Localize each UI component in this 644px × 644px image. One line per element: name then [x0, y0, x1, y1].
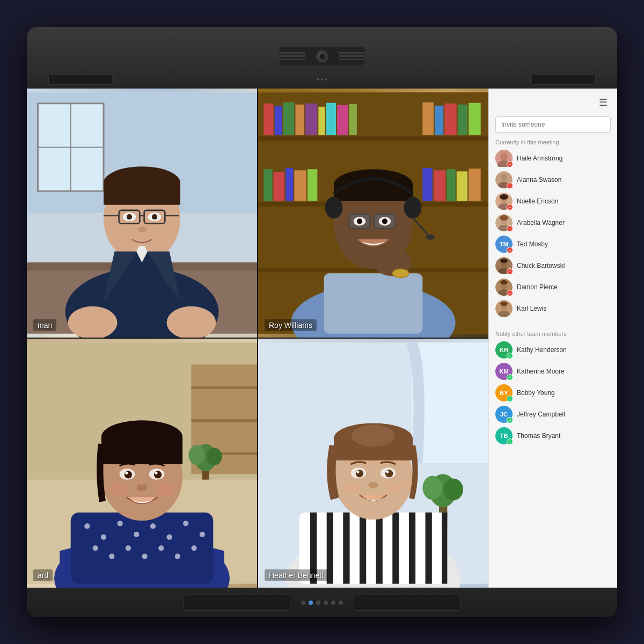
divider	[495, 325, 611, 325]
svg-rect-30	[275, 106, 282, 135]
participant-name: Jeffrey Campbell	[517, 411, 565, 418]
video-cell-3[interactable]: ard	[27, 339, 257, 588]
participant-name: Alanna Swason	[517, 176, 561, 184]
video-bg-4	[258, 339, 488, 588]
svg-point-89	[166, 535, 172, 540]
svg-point-71	[392, 269, 409, 277]
participant-name: Karl Lewis	[517, 305, 546, 312]
camera-housing	[279, 47, 365, 65]
participant-item[interactable]: Karl Lewis	[495, 300, 611, 317]
svg-point-168	[500, 302, 508, 306]
svg-point-116	[422, 475, 442, 500]
participant-name: Haile Armstrong	[517, 155, 562, 162]
remove-badge: −	[507, 290, 513, 296]
add-badge: +	[507, 353, 513, 359]
participant-item[interactable]: TM − Ted Mosby	[495, 236, 611, 253]
svg-rect-39	[435, 106, 443, 135]
video-cell-2[interactable]: Roy Williams	[258, 89, 488, 338]
remove-badge: −	[507, 204, 513, 210]
svg-rect-46	[294, 170, 306, 201]
svg-point-108	[155, 472, 158, 474]
notify-item[interactable]: KH + Kathy Henderson	[495, 341, 611, 358]
svg-rect-122	[343, 513, 349, 584]
indicator-dot-active	[309, 601, 313, 605]
svg-point-84	[84, 523, 90, 529]
svg-point-68	[357, 218, 362, 224]
video-label-3: ard	[33, 569, 53, 581]
svg-rect-48	[422, 168, 432, 201]
svg-rect-50	[447, 169, 455, 201]
notify-team-list: KH + Kathy Henderson KM + Katherine Moor…	[495, 341, 611, 449]
notify-item[interactable]: KM + Katherine Moore	[495, 363, 611, 380]
notify-item[interactable]: BY + Bobby Young	[495, 384, 611, 401]
video-label-1: man	[33, 319, 56, 331]
indicator-dot	[324, 601, 328, 605]
monitor: man	[27, 27, 617, 617]
svg-rect-35	[326, 103, 336, 135]
video-grid: man	[27, 89, 488, 588]
bottom-speaker-right	[354, 595, 461, 611]
notify-item[interactable]: JC + Jeffrey Campbell	[495, 406, 611, 423]
svg-rect-41	[458, 105, 467, 135]
bottom-indicators	[301, 601, 343, 605]
add-badge: +	[507, 438, 513, 445]
remove-badge: −	[507, 225, 513, 232]
invite-input[interactable]	[495, 116, 611, 133]
camera-lens	[316, 50, 328, 62]
svg-point-142	[387, 482, 405, 493]
svg-rect-32	[295, 105, 304, 135]
participant-item[interactable]: − Damon Pierce	[495, 279, 611, 296]
participant-item[interactable]: − Noelle Ericson	[495, 193, 611, 210]
participant-item[interactable]: − Arabella Wagner	[495, 214, 611, 231]
participant-item[interactable]: − Alanna Swason	[495, 171, 611, 188]
notify-item[interactable]: TB + Thomas Bryant	[495, 427, 611, 444]
svg-point-20	[152, 214, 157, 219]
participant-name: Noelle Ericson	[517, 197, 558, 205]
participant-name: Damon Pierce	[517, 283, 558, 291]
svg-rect-34	[318, 107, 325, 135]
svg-point-156	[500, 215, 508, 221]
svg-point-87	[134, 532, 139, 537]
indicator-dot	[331, 601, 335, 605]
svg-rect-49	[434, 170, 445, 201]
video-cell-1[interactable]: man	[27, 89, 257, 338]
svg-rect-125	[392, 513, 399, 584]
svg-point-147	[501, 174, 507, 181]
svg-rect-124	[376, 513, 383, 584]
svg-point-80	[188, 445, 205, 465]
svg-point-140	[368, 482, 378, 488]
svg-point-97	[175, 554, 180, 559]
video-label-2: Roy Williams	[265, 319, 317, 331]
svg-point-138	[356, 471, 359, 473]
svg-rect-75	[191, 386, 257, 389]
svg-point-19	[127, 214, 132, 219]
svg-point-107	[125, 472, 128, 474]
svg-point-110	[109, 483, 129, 496]
video-cell-4[interactable]: Heather Bennett	[258, 339, 488, 588]
currently-in-meeting-list: − Haile Armstrong −	[495, 150, 611, 321]
monitor-top-bar	[27, 27, 617, 70]
svg-rect-126	[409, 513, 415, 584]
svg-rect-51	[457, 171, 467, 201]
svg-rect-43	[264, 169, 272, 201]
svg-point-69	[382, 218, 387, 224]
svg-rect-47	[308, 169, 317, 201]
indicator-dot	[339, 601, 343, 605]
svg-rect-26	[258, 136, 488, 141]
sidebar: ☰ Currently in this meeting	[488, 89, 617, 588]
svg-point-109	[136, 485, 147, 491]
participant-item[interactable]: − Chuck Bartowski	[495, 257, 611, 274]
currently-in-meeting-label: Currently in this meeting	[495, 139, 611, 145]
remove-badge: −	[507, 182, 513, 189]
more-icon: ☰	[599, 97, 608, 108]
remove-badge: −	[507, 161, 513, 167]
svg-rect-44	[274, 172, 284, 201]
indicator-dot	[301, 601, 305, 605]
add-badge: +	[507, 417, 513, 423]
add-badge: +	[507, 396, 513, 402]
sidebar-more-button[interactable]: ☰	[596, 95, 611, 110]
participant-item[interactable]: − Haile Armstrong	[495, 150, 611, 167]
svg-point-139	[386, 471, 389, 473]
svg-point-133	[352, 425, 396, 447]
svg-point-95	[142, 554, 148, 559]
